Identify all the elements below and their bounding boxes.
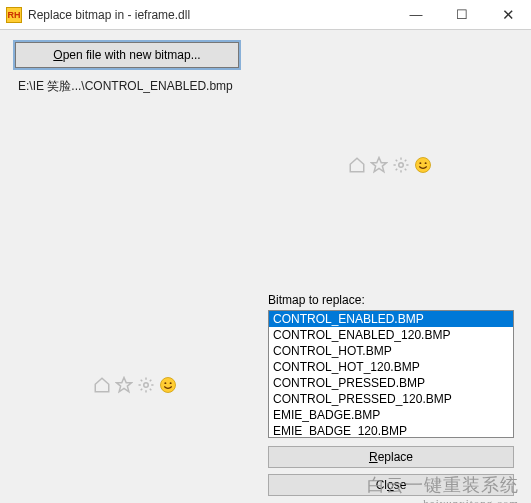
bitmap-list-item[interactable]: CONTROL_PRESSED.BMP [269,375,513,391]
bitmap-list-item[interactable]: CONTROL_HOT.BMP [269,343,513,359]
replace-button[interactable]: Replace [268,446,514,468]
bitmap-list-item[interactable]: CONTROL_HOT_120.BMP [269,359,513,375]
close-window-button[interactable]: ✕ [485,0,531,29]
bitmap-list-item[interactable]: CONTROL_PRESSED_120.BMP [269,391,513,407]
preview-new-bitmap [15,285,255,485]
client-area: Open file with new bitmap... E:\IE 笑脸...… [0,30,531,503]
smiley-icon [159,376,177,394]
svg-point-1 [416,158,431,173]
window-controls: — ☐ ✕ [393,0,531,29]
open-file-button[interactable]: Open file with new bitmap... [15,42,239,68]
open-file-label-rest: pen file with new bitmap... [63,48,201,62]
gear-icon [392,156,410,174]
opened-file-path: E:\IE 笑脸...\CONTROL_ENABLED.bmp [18,78,233,95]
maximize-button[interactable]: ☐ [439,0,485,29]
bitmap-list-label: Bitmap to replace: [268,293,365,307]
window-title: Replace bitmap in - ieframe.dll [28,8,190,22]
bitmap-list-item[interactable]: CONTROL_ENABLED.BMP [269,311,513,327]
smiley-icon [414,156,432,174]
app-icon: RH [6,7,22,23]
home-icon [93,376,111,394]
preview-current-bitmap [265,50,515,280]
bitmap-list-item[interactable]: CONTROL_ENABLED_120.BMP [269,327,513,343]
bitmap-list-item[interactable]: EMIE_BADGE.BMP [269,407,513,423]
home-icon [348,156,366,174]
gear-icon [137,376,155,394]
svg-point-5 [161,378,176,393]
bitmap-list-item[interactable]: EMIE_BADGE_120.BMP [269,423,513,438]
svg-point-0 [399,163,404,168]
close-button[interactable]: Close [268,474,514,496]
svg-point-3 [425,162,427,164]
svg-point-4 [144,383,149,388]
svg-point-7 [170,382,172,384]
svg-point-6 [164,382,166,384]
titlebar: RH Replace bitmap in - ieframe.dll — ☐ ✕ [0,0,531,30]
star-icon [115,376,133,394]
minimize-button[interactable]: — [393,0,439,29]
svg-point-2 [419,162,421,164]
star-icon [370,156,388,174]
bitmap-listbox[interactable]: CONTROL_ENABLED.BMPCONTROL_ENABLED_120.B… [268,310,514,438]
